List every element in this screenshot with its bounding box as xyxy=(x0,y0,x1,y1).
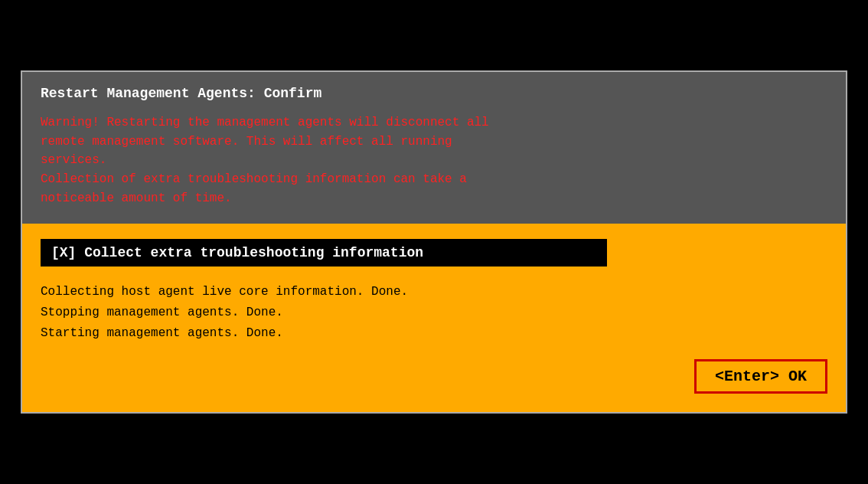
bottom-section: [X] Collect extra troubleshooting inform… xyxy=(22,224,846,413)
dialog-title: Restart Management Agents: Confirm xyxy=(41,86,827,101)
dialog-container: Restart Management Agents: Confirm Warni… xyxy=(21,70,847,414)
warning-line1: Warning! Restarting the management agent… xyxy=(41,116,489,129)
ok-button[interactable]: <Enter> OK xyxy=(694,359,827,394)
warning-line4: Collection of extra troubleshooting info… xyxy=(41,172,467,186)
warning-text: Warning! Restarting the management agent… xyxy=(41,113,827,208)
status-line3: Starting management agents. Done. xyxy=(41,323,827,344)
warning-line3: services. xyxy=(41,153,106,167)
status-line2: Stopping management agents. Done. xyxy=(41,302,827,323)
status-line1: Collecting host agent live core informat… xyxy=(41,282,827,302)
warning-line5: noticeable amount of time. xyxy=(41,191,232,205)
status-lines: Collecting host agent live core informat… xyxy=(41,282,827,345)
top-section: Restart Management Agents: Confirm Warni… xyxy=(22,72,846,224)
button-row: <Enter> OK xyxy=(41,359,827,394)
warning-line2: remote management software. This will af… xyxy=(41,135,452,149)
checkbox-collect-info[interactable]: [X] Collect extra troubleshooting inform… xyxy=(41,239,607,267)
